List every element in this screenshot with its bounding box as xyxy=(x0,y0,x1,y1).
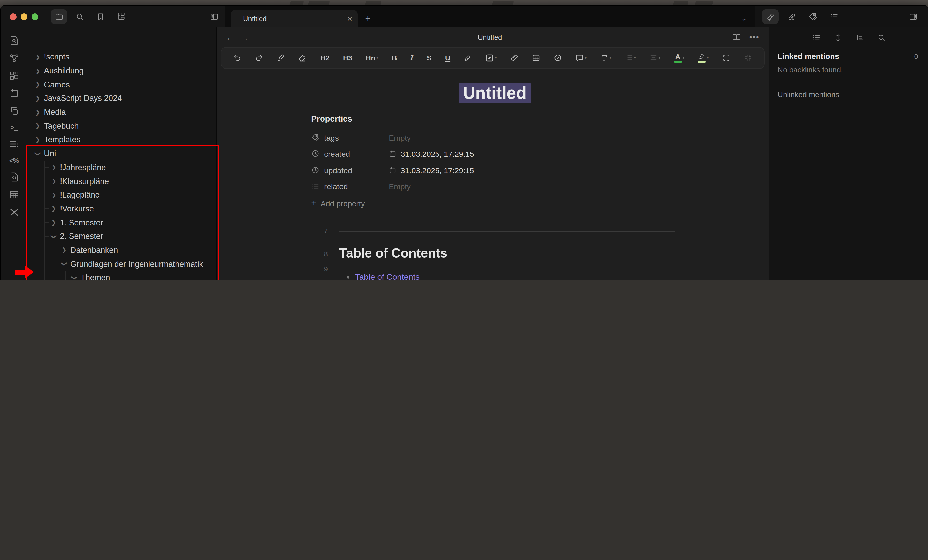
tab-close-icon[interactable]: ✕ xyxy=(347,15,353,23)
tree-folder[interactable]: ❯JavaScript Days 2024 xyxy=(35,92,216,105)
copy-icon[interactable] xyxy=(9,106,19,116)
tree-folder[interactable]: ❯Ausbildung xyxy=(35,64,216,78)
fullscreen-button[interactable] xyxy=(722,54,731,62)
tree-folder[interactable]: ❯Media xyxy=(35,105,216,119)
underline-button[interactable]: U xyxy=(445,54,450,62)
list-button[interactable]: ▾ xyxy=(625,54,636,62)
format-brush-button[interactable] xyxy=(276,54,285,62)
terminal-icon[interactable]: >_ xyxy=(10,124,18,131)
back-arrow-icon[interactable]: ← xyxy=(226,33,234,42)
tab-title: Untitled xyxy=(243,15,343,23)
line-number: 8 xyxy=(310,250,328,258)
chevron-right-icon: ❯ xyxy=(35,54,41,61)
dropdown-caret-icon: ▾ xyxy=(683,56,684,60)
toc-link[interactable]: Table of Contents xyxy=(355,273,420,280)
highlighter-button[interactable] xyxy=(464,54,472,62)
note-title[interactable]: Untitled xyxy=(459,83,531,104)
crossed-tools-icon[interactable] xyxy=(9,208,19,217)
traffic-close-button[interactable] xyxy=(10,13,17,20)
align-button[interactable]: ▾ xyxy=(649,54,661,62)
insert-table-button[interactable] xyxy=(532,54,540,62)
chevron-right-icon: ❯ xyxy=(35,67,41,74)
forward-arrow-icon[interactable]: → xyxy=(241,33,249,42)
expand-vertical-icon[interactable] xyxy=(834,34,842,42)
task-button[interactable] xyxy=(554,54,562,62)
collapse-icon xyxy=(744,54,752,62)
new-tab-button[interactable]: + xyxy=(365,13,371,24)
outgoing-links-button[interactable] xyxy=(783,9,800,24)
tree-folder[interactable]: ❯Tagebuch xyxy=(35,119,216,133)
tag-icon xyxy=(808,12,817,21)
editor-title: Untitled xyxy=(256,33,724,41)
file-code-icon[interactable] xyxy=(9,172,19,182)
reading-view-icon[interactable] xyxy=(732,33,741,42)
edit-box-icon xyxy=(485,54,494,62)
editor-pane: ← → Untitled ••• H2 H3 Hn▾ B I S xyxy=(217,27,769,280)
list-dots-icon[interactable] xyxy=(9,139,19,149)
folder-tree-icon xyxy=(117,12,125,21)
attach-file-button[interactable] xyxy=(510,54,519,62)
property-row-updated[interactable]: updated 31.03.2025, 17:29:15 xyxy=(311,163,474,177)
property-row-related[interactable]: related Empty xyxy=(311,179,411,193)
list-icon[interactable] xyxy=(812,34,820,42)
toggle-left-sidebar-button[interactable] xyxy=(206,9,222,24)
property-row-created[interactable]: created 31.03.2025, 17:29:15 xyxy=(311,147,474,160)
text-style-button[interactable]: ▾ xyxy=(600,54,611,62)
dashboard-icon[interactable] xyxy=(9,71,19,81)
search-tab-button[interactable] xyxy=(71,9,88,24)
tree-folder[interactable]: ❯Games xyxy=(35,78,216,92)
collapse-button[interactable] xyxy=(744,54,752,62)
templater-icon[interactable]: <% xyxy=(9,157,18,165)
tags-view-button[interactable] xyxy=(804,9,821,24)
property-row-tags[interactable]: tags Empty xyxy=(311,131,411,144)
tab-list-chevron-icon[interactable]: ⌄ xyxy=(741,15,746,22)
add-property-button[interactable]: + Add property xyxy=(311,198,365,208)
sort-ascending-icon[interactable] xyxy=(856,34,864,42)
traffic-zoom-button[interactable] xyxy=(32,13,38,20)
backlinks-view-button[interactable] xyxy=(762,9,778,24)
eraser-button[interactable] xyxy=(299,54,307,62)
search-icon[interactable] xyxy=(877,34,885,42)
search-icon xyxy=(75,12,84,21)
panel-left-icon xyxy=(210,12,218,21)
comment-icon xyxy=(575,54,584,62)
tab-untitled[interactable]: Untitled ✕ xyxy=(230,10,358,27)
bookmark-icon xyxy=(96,12,105,21)
heading3-button[interactable]: H3 xyxy=(343,54,352,62)
calendar-icon[interactable] xyxy=(9,89,19,98)
chevron-right-icon: ❯ xyxy=(35,123,41,130)
toc-heading[interactable]: Table of Contents xyxy=(339,246,447,261)
note-content[interactable]: Untitled Properties tags Empty created 3… xyxy=(217,69,769,280)
outline-view-button[interactable] xyxy=(826,9,842,24)
comment-button[interactable]: ▾ xyxy=(575,54,586,62)
unlinked-mentions-heading[interactable]: Unlinked mentions xyxy=(778,90,839,99)
list-icon xyxy=(311,182,319,190)
heading2-button[interactable]: H2 xyxy=(320,54,330,62)
files-tab-button[interactable] xyxy=(51,9,67,24)
bookmarks-tab-button[interactable] xyxy=(92,9,108,24)
folder-tree-button[interactable] xyxy=(113,9,129,24)
dropdown-caret-icon: ▾ xyxy=(707,56,708,60)
italic-button[interactable]: I xyxy=(411,54,413,62)
insert-callout-button[interactable]: ▾ xyxy=(485,54,496,62)
editing-toolbar: H2 H3 Hn▾ B I S U ▾ ▾ ▾ ▾ ▾ A▾ xyxy=(221,47,765,69)
toggle-right-sidebar-button[interactable] xyxy=(905,9,921,24)
highlight-color-button[interactable]: ▾ xyxy=(698,53,708,63)
bold-button[interactable]: B xyxy=(392,54,397,62)
undo-button[interactable] xyxy=(233,54,241,62)
strikethrough-button[interactable]: S xyxy=(427,54,432,62)
list-icon xyxy=(830,12,838,21)
traffic-minimize-button[interactable] xyxy=(21,13,27,20)
table-icon[interactable] xyxy=(9,190,19,200)
tree-folder[interactable]: ❯!scripts xyxy=(35,50,216,64)
left-ribbon: >_ <% xyxy=(0,27,27,280)
linked-mentions-heading[interactable]: Linked mentions xyxy=(778,52,839,61)
file-search-icon[interactable] xyxy=(9,36,19,46)
font-color-button[interactable]: A▾ xyxy=(674,53,684,63)
dropdown-caret-icon: ▾ xyxy=(376,56,378,60)
properties-heading[interactable]: Properties xyxy=(311,114,352,124)
heading-n-button[interactable]: Hn▾ xyxy=(366,54,378,62)
redo-button[interactable] xyxy=(255,54,263,62)
graph-icon[interactable] xyxy=(9,53,19,63)
more-options-icon[interactable]: ••• xyxy=(749,33,759,42)
